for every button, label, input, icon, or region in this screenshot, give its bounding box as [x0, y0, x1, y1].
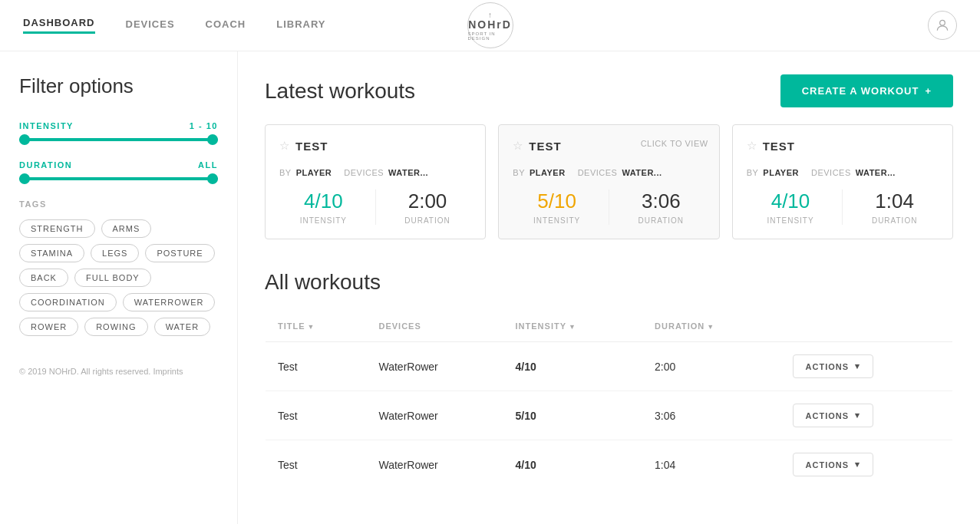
user-avatar[interactable]	[928, 11, 957, 40]
latest-workouts-title: Latest workouts	[265, 79, 415, 104]
tag-posture[interactable]: POSTURE	[145, 244, 214, 262]
card-stats: 4/10 INTENSITY 1:04 DURATION	[747, 189, 939, 225]
workout-cards: ☆ TEST BY PLAYER DEVICES WATER... 4/10 I…	[265, 124, 953, 239]
intensity-value: 4/10	[279, 189, 368, 213]
card-header: ☆ TEST	[279, 139, 471, 153]
devices-label: DEVICES	[811, 168, 851, 177]
cell-duration: 2:00	[642, 342, 780, 391]
duration-value: 2:00	[384, 189, 472, 213]
tag-arms[interactable]: ARMS	[101, 219, 152, 238]
duration-stat-label: DURATION	[617, 216, 705, 225]
chevron-down-icon: ▾	[855, 460, 860, 470]
sidebar-title: Filter options	[19, 74, 218, 98]
tag-strength[interactable]: STRENGTH	[19, 219, 95, 238]
actions-label: ACTIONS	[806, 460, 850, 470]
actions-label: ACTIONS	[806, 411, 850, 420]
intensity-stat-label: INTENSITY	[513, 216, 601, 225]
card-header: ☆ TEST	[747, 139, 939, 153]
intensity-stat: 4/10 INTENSITY	[747, 189, 835, 225]
nav-link-coach[interactable]: COACH	[206, 18, 246, 33]
intensity-value: 4/10	[747, 189, 835, 213]
duration-slider-thumb-left[interactable]	[19, 173, 30, 184]
cell-actions: ACTIONS ▾	[780, 440, 953, 489]
plus-icon: +	[925, 85, 932, 97]
duration-slider-fill	[19, 177, 218, 180]
table-row: Test WaterRower 4/10 2:00 ACTIONS ▾	[266, 342, 953, 391]
duration-stat: 1:04 DURATION	[850, 189, 939, 225]
all-workouts-title: All workouts	[265, 270, 953, 295]
stat-divider	[375, 189, 376, 225]
cell-title: Test	[266, 342, 367, 391]
col-duration[interactable]: DURATION▼	[642, 311, 780, 342]
duration-label: DURATION ALL	[19, 160, 218, 170]
workouts-table-header: TITLE▼DEVICESINTENSITY▼DURATION▼	[266, 311, 953, 342]
by-value: PLAYER	[530, 168, 566, 177]
tag-coordination[interactable]: COORDINATION	[19, 293, 117, 311]
chevron-down-icon: ▾	[855, 361, 860, 371]
by-label: BY	[747, 168, 759, 177]
sidebar: Filter options INTENSITY 1 - 10 DURATION…	[0, 51, 238, 524]
tags-label: TAGS	[19, 199, 218, 209]
tag-rowing[interactable]: ROWING	[84, 318, 147, 336]
cell-devices: WaterRower	[366, 342, 503, 391]
duration-slider[interactable]	[19, 177, 218, 180]
intensity-stat-label: INTENSITY	[279, 216, 368, 225]
actions-button[interactable]: ACTIONS ▾	[793, 404, 874, 427]
nav-links: DASHBOARD DEVICES COACH LIBRARY	[23, 17, 326, 34]
cell-duration: 1:04	[642, 440, 780, 489]
duration-slider-thumb-right[interactable]	[207, 173, 218, 184]
card-meta: BY PLAYER DEVICES WATER...	[747, 168, 939, 177]
tag-rower[interactable]: ROWER	[19, 318, 78, 336]
duration-stat-label: DURATION	[850, 216, 939, 225]
actions-button[interactable]: ACTIONS ▾	[793, 354, 874, 378]
devices-value: WATER...	[622, 168, 662, 177]
intensity-stat: 4/10 INTENSITY	[279, 189, 368, 225]
by-value: PLAYER	[763, 168, 799, 177]
intensity-stat-label: INTENSITY	[747, 216, 835, 225]
intensity-slider[interactable]	[19, 138, 218, 141]
intensity-slider-thumb-right[interactable]	[207, 134, 218, 145]
tag-stamina[interactable]: STAMINA	[19, 244, 84, 262]
sort-icon: ▼	[569, 323, 576, 331]
workout-card-card2[interactable]: CLICK TO VIEW ☆ TEST BY PLAYER DEVICES W…	[498, 124, 719, 239]
sort-icon: ▼	[707, 323, 714, 331]
chevron-down-icon: ▾	[855, 410, 860, 420]
cell-actions: ACTIONS ▾	[780, 342, 953, 391]
tag-waterrower[interactable]: WATERROWER	[123, 293, 216, 311]
nav-link-devices[interactable]: DEVICES	[126, 18, 175, 33]
card-title: TEST	[295, 140, 328, 153]
star-icon[interactable]: ☆	[747, 139, 757, 153]
star-icon[interactable]: ☆	[513, 139, 523, 153]
create-workout-button[interactable]: CREATE A WORKOUT +	[780, 74, 953, 107]
actions-button[interactable]: ACTIONS ▾	[793, 453, 874, 476]
devices-label: DEVICES	[344, 168, 384, 177]
devices-value: WATER...	[388, 168, 428, 177]
tag-back[interactable]: BACK	[19, 269, 68, 287]
workout-card-card1[interactable]: ☆ TEST BY PLAYER DEVICES WATER... 4/10 I…	[265, 124, 486, 239]
nav-link-dashboard[interactable]: DASHBOARD	[23, 17, 95, 34]
tag-water[interactable]: WATER	[154, 318, 211, 336]
tag-full-body[interactable]: FULL BODY	[74, 269, 151, 287]
tag-legs[interactable]: LEGS	[91, 244, 139, 262]
col-intensity[interactable]: INTENSITY▼	[503, 311, 643, 342]
svg-point-0	[940, 20, 945, 25]
logo: ↑ NOHrD SPORT IN DESIGN	[467, 2, 513, 48]
logo-sub: SPORT IN DESIGN	[468, 31, 513, 41]
card-title: TEST	[529, 140, 561, 153]
stat-divider	[842, 189, 843, 225]
cell-title: Test	[266, 391, 367, 440]
intensity-value: 5/10	[513, 189, 601, 213]
col-title[interactable]: TITLE▼	[266, 311, 367, 342]
card-meta: BY PLAYER DEVICES WATER...	[279, 168, 471, 177]
workout-card-card3[interactable]: ☆ TEST BY PLAYER DEVICES WATER... 4/10 I…	[732, 124, 953, 239]
workouts-table-body: Test WaterRower 4/10 2:00 ACTIONS ▾ Test…	[266, 342, 953, 489]
star-icon[interactable]: ☆	[279, 139, 289, 153]
actions-label: ACTIONS	[806, 362, 850, 371]
intensity-slider-thumb-left[interactable]	[19, 134, 30, 145]
devices-value: WATER...	[856, 168, 896, 177]
by-value: PLAYER	[296, 168, 332, 177]
cell-intensity: 5/10	[503, 391, 643, 440]
duration-value: 1:04	[850, 189, 939, 213]
nav-link-library[interactable]: LIBRARY	[276, 18, 325, 33]
duration-stat-label: DURATION	[384, 216, 472, 225]
